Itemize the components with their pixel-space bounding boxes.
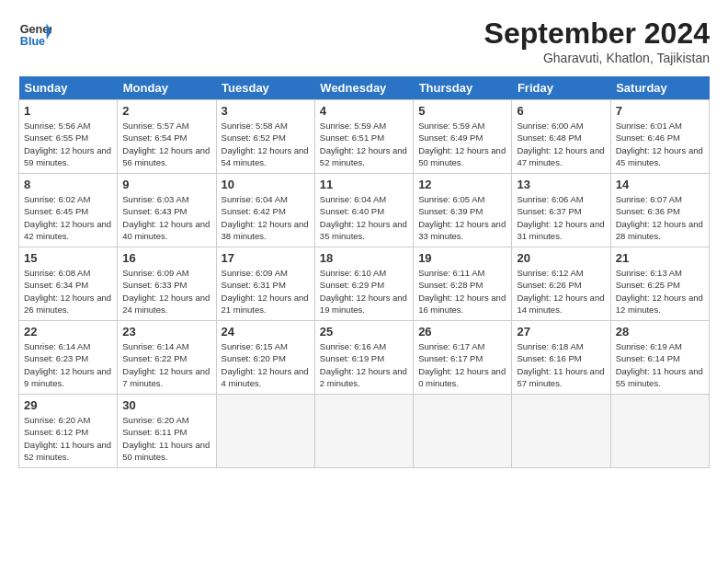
table-row: 20Sunrise: 6:12 AMSunset: 6:26 PMDayligh… (512, 247, 610, 321)
col-sunday: Sunday (19, 76, 118, 100)
table-row: 1Sunrise: 5:56 AMSunset: 6:55 PMDaylight… (19, 100, 118, 174)
table-row: 11Sunrise: 6:04 AMSunset: 6:40 PMDayligh… (314, 174, 413, 247)
logo: General Blue (18, 17, 51, 50)
col-tuesday: Tuesday (216, 76, 314, 100)
table-row (314, 395, 413, 468)
table-row: 6Sunrise: 6:00 AMSunset: 6:48 PMDaylight… (512, 100, 610, 174)
table-row: 13Sunrise: 6:06 AMSunset: 6:37 PMDayligh… (512, 174, 610, 247)
table-row: 10Sunrise: 6:04 AMSunset: 6:42 PMDayligh… (216, 174, 314, 247)
table-row: 26Sunrise: 6:17 AMSunset: 6:17 PMDayligh… (414, 321, 512, 395)
col-wednesday: Wednesday (314, 76, 413, 100)
table-row: 5Sunrise: 5:59 AMSunset: 6:49 PMDaylight… (414, 100, 512, 174)
table-row: 24Sunrise: 6:15 AMSunset: 6:20 PMDayligh… (216, 321, 314, 395)
table-row: 14Sunrise: 6:07 AMSunset: 6:36 PMDayligh… (610, 174, 709, 247)
logo-icon: General Blue (18, 17, 51, 50)
table-row: 16Sunrise: 6:09 AMSunset: 6:33 PMDayligh… (118, 247, 216, 321)
calendar-header-row: Sunday Monday Tuesday Wednesday Thursday… (19, 76, 710, 100)
table-row (610, 395, 709, 468)
table-row: 27Sunrise: 6:18 AMSunset: 6:16 PMDayligh… (512, 321, 610, 395)
table-row: 12Sunrise: 6:05 AMSunset: 6:39 PMDayligh… (414, 174, 512, 247)
calendar-week-5: 29Sunrise: 6:20 AMSunset: 6:12 PMDayligh… (19, 395, 710, 468)
table-row: 4Sunrise: 5:59 AMSunset: 6:51 PMDaylight… (314, 100, 413, 174)
table-row: 2Sunrise: 5:57 AMSunset: 6:54 PMDaylight… (118, 100, 216, 174)
table-row: 19Sunrise: 6:11 AMSunset: 6:28 PMDayligh… (414, 247, 512, 321)
table-row: 22Sunrise: 6:14 AMSunset: 6:23 PMDayligh… (19, 321, 118, 395)
table-row: 7Sunrise: 6:01 AMSunset: 6:46 PMDaylight… (610, 100, 709, 174)
table-row: 9Sunrise: 6:03 AMSunset: 6:43 PMDaylight… (118, 174, 216, 247)
table-row (414, 395, 512, 468)
calendar-week-1: 1Sunrise: 5:56 AMSunset: 6:55 PMDaylight… (19, 100, 710, 174)
table-row: 30Sunrise: 6:20 AMSunset: 6:11 PMDayligh… (118, 395, 216, 468)
calendar-week-3: 15Sunrise: 6:08 AMSunset: 6:34 PMDayligh… (19, 247, 710, 321)
calendar-week-4: 22Sunrise: 6:14 AMSunset: 6:23 PMDayligh… (19, 321, 710, 395)
table-row: 25Sunrise: 6:16 AMSunset: 6:19 PMDayligh… (314, 321, 413, 395)
table-row: 29Sunrise: 6:20 AMSunset: 6:12 PMDayligh… (19, 395, 118, 468)
table-row: 17Sunrise: 6:09 AMSunset: 6:31 PMDayligh… (216, 247, 314, 321)
table-row: 21Sunrise: 6:13 AMSunset: 6:25 PMDayligh… (610, 247, 709, 321)
calendar-table: Sunday Monday Tuesday Wednesday Thursday… (18, 76, 710, 468)
col-monday: Monday (118, 76, 216, 100)
svg-text:Blue: Blue (20, 35, 45, 48)
table-row: 23Sunrise: 6:14 AMSunset: 6:22 PMDayligh… (118, 321, 216, 395)
table-row: 3Sunrise: 5:58 AMSunset: 6:52 PMDaylight… (216, 100, 314, 174)
calendar-week-2: 8Sunrise: 6:02 AMSunset: 6:45 PMDaylight… (19, 174, 710, 247)
page: General Blue September 2024 Gharavuti, K… (0, 0, 728, 477)
title-block: September 2024 Gharavuti, Khatlon, Tajik… (484, 17, 710, 65)
table-row: 8Sunrise: 6:02 AMSunset: 6:45 PMDaylight… (19, 174, 118, 247)
table-row: 18Sunrise: 6:10 AMSunset: 6:29 PMDayligh… (314, 247, 413, 321)
table-row (512, 395, 610, 468)
table-row (216, 395, 314, 468)
table-row: 15Sunrise: 6:08 AMSunset: 6:34 PMDayligh… (19, 247, 118, 321)
month-title: September 2024 (484, 17, 710, 51)
header: General Blue September 2024 Gharavuti, K… (18, 17, 710, 65)
col-saturday: Saturday (610, 76, 709, 100)
col-thursday: Thursday (414, 76, 512, 100)
col-friday: Friday (512, 76, 610, 100)
location: Gharavuti, Khatlon, Tajikistan (484, 51, 710, 65)
table-row: 28Sunrise: 6:19 AMSunset: 6:14 PMDayligh… (610, 321, 709, 395)
